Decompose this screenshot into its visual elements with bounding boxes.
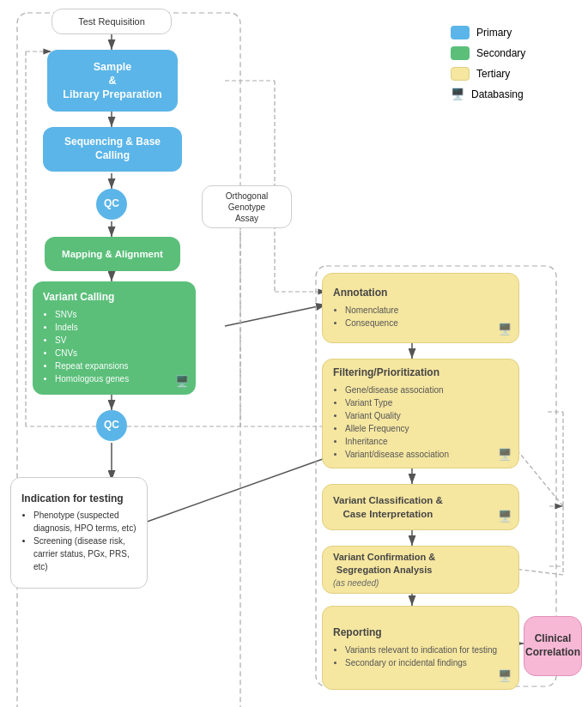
legend-label-primary: Primary bbox=[476, 27, 512, 39]
legend-tertiary: Tertiary bbox=[451, 67, 571, 81]
database-icon-annotation: 🖥️ bbox=[498, 323, 512, 337]
mapping-label: Mapping & Alignment bbox=[62, 248, 163, 261]
qc1-label: QC bbox=[104, 197, 119, 211]
clinical-correlation-box: ClinicalCorrelation bbox=[524, 616, 582, 676]
legend-box-tertiary bbox=[451, 67, 470, 81]
filtering-box: Filtering/Prioritization Gene/disease as… bbox=[322, 359, 519, 468]
database-icon-reporting: 🖥️ bbox=[498, 669, 512, 684]
variant-calling-title: Variant Calling bbox=[43, 291, 114, 305]
qc2-label: QC bbox=[104, 419, 119, 432]
filtering-bullets: Gene/disease association Variant Type Va… bbox=[345, 384, 449, 461]
sequencing-label: Sequencing & Base Calling bbox=[52, 136, 173, 162]
reporting-title: Reporting bbox=[333, 626, 382, 640]
legend-label-secondary: Secondary bbox=[476, 47, 525, 59]
qc1-box: QC bbox=[96, 189, 127, 220]
classification-title: Variant Classification &Case Interpretat… bbox=[333, 493, 443, 521]
confirmation-title: Variant Confirmation &Segregation Analys… bbox=[333, 551, 435, 577]
reporting-bullets: Variants relevant to indication for test… bbox=[345, 644, 497, 669]
mapping-box: Mapping & Alignment bbox=[45, 237, 180, 271]
legend-secondary: Secondary bbox=[451, 46, 571, 60]
legend-box-primary bbox=[451, 26, 470, 39]
legend-label-tertiary: Tertiary bbox=[476, 68, 510, 80]
diagram-container: Test Requisition Sample&Library Preparat… bbox=[0, 0, 588, 707]
legend-databasing: 🖥️ Databasing bbox=[451, 88, 571, 100]
indication-box: Indication for testing Phenotype (suspec… bbox=[10, 477, 148, 589]
database-icon-variant: 🖥️ bbox=[175, 375, 189, 390]
variant-calling-bullets: SNVs Indels SV CNVs Repeat expansions Ho… bbox=[55, 308, 129, 385]
filtering-title: Filtering/Prioritization bbox=[333, 366, 439, 380]
orthogonal-box: OrthogonalGenotypeAssay bbox=[202, 185, 292, 228]
classification-box: Variant Classification &Case Interpretat… bbox=[322, 484, 519, 530]
svg-line-10 bbox=[225, 305, 326, 326]
confirmation-subtitle: (as needed) bbox=[333, 577, 379, 589]
sequencing-box: Sequencing & Base Calling bbox=[43, 127, 182, 172]
variant-calling-box: Variant Calling SNVs Indels SV CNVs Repe… bbox=[33, 281, 196, 395]
database-legend-icon: 🖥️ bbox=[451, 88, 464, 100]
annotation-box: Annotation Nomenclature Consequence 🖥️ bbox=[322, 273, 519, 343]
orthogonal-label: OrthogonalGenotypeAssay bbox=[226, 190, 268, 224]
database-icon-classification: 🖥️ bbox=[498, 510, 512, 524]
svg-line-9 bbox=[116, 455, 335, 533]
database-icon-filtering: 🖥️ bbox=[498, 448, 512, 462]
legend-primary: Primary bbox=[451, 26, 571, 39]
legend-box-secondary bbox=[451, 46, 470, 60]
clinical-correlation-label: ClinicalCorrelation bbox=[525, 632, 580, 659]
sample-library-box: Sample&Library Preparation bbox=[47, 50, 178, 112]
reporting-box: Reporting Variants relevant to indicatio… bbox=[322, 606, 519, 690]
test-requisition-label: Test Requisition bbox=[78, 15, 145, 27]
test-requisition-box: Test Requisition bbox=[52, 9, 172, 34]
annotation-bullets: Nomenclature Consequence bbox=[345, 304, 398, 329]
legend: Primary Secondary Tertiary 🖥️ Databasing bbox=[451, 26, 571, 107]
qc2-box: QC bbox=[96, 410, 127, 441]
confirmation-box: Variant Confirmation &Segregation Analys… bbox=[322, 546, 519, 594]
indication-bullets: Phenotype (suspected diagnosis, HPO term… bbox=[33, 509, 138, 573]
indication-title: Indication for testing bbox=[21, 492, 124, 506]
sample-library-label: Sample&Library Preparation bbox=[63, 60, 161, 102]
legend-label-databasing: Databasing bbox=[471, 88, 524, 100]
annotation-title: Annotation bbox=[333, 287, 387, 300]
